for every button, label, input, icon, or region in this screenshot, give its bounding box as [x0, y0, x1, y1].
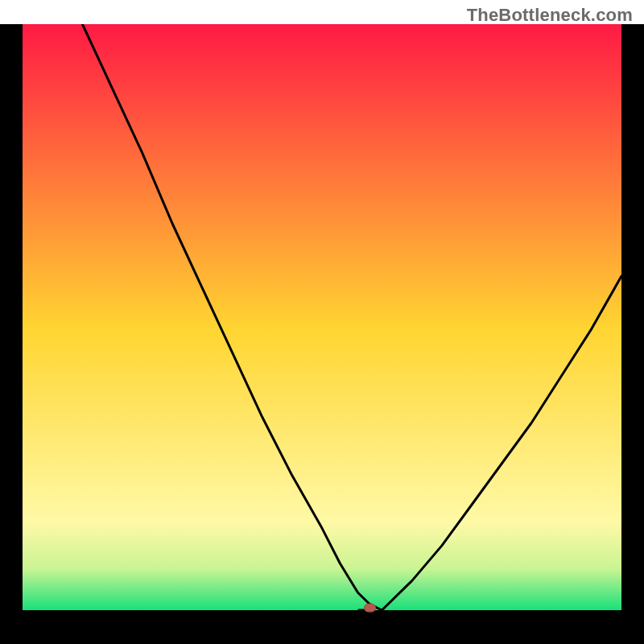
chart-gradient-background	[23, 24, 621, 610]
attribution-text: TheBottleneck.com	[467, 5, 633, 26]
marker-point	[365, 604, 376, 612]
bottleneck-chart	[0, 24, 644, 644]
